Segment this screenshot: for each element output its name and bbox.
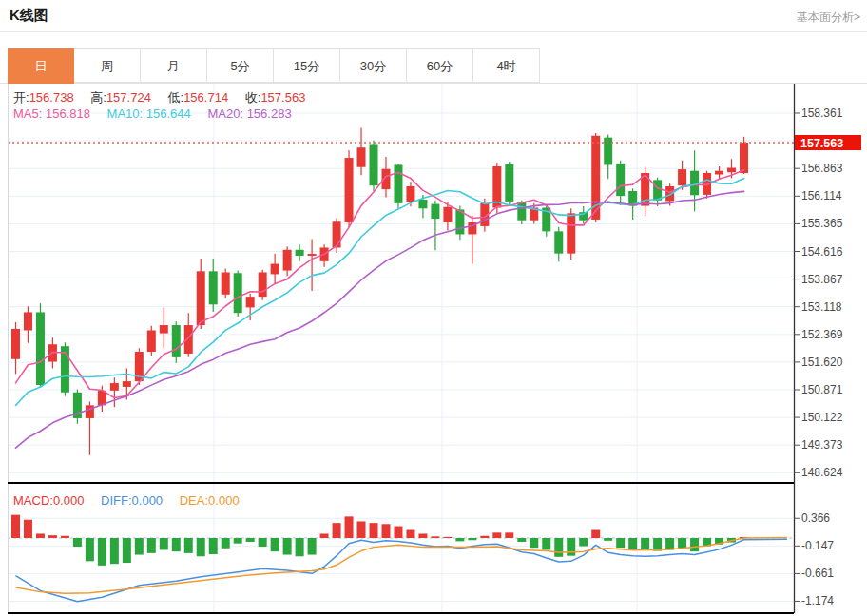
candle-body bbox=[283, 250, 292, 271]
macd-bar bbox=[184, 538, 193, 553]
candle-body bbox=[740, 143, 748, 173]
candle-body bbox=[418, 200, 427, 208]
candle-body bbox=[443, 207, 452, 222]
ma10-value: 156.644 bbox=[146, 106, 191, 121]
dea-value: 0.000 bbox=[208, 493, 240, 508]
ma-bar: MA5: 156.818 MA10: 156.644 MA20: 156.283 bbox=[13, 106, 305, 121]
macd-label: MACD: bbox=[13, 493, 53, 508]
macd-bar bbox=[591, 530, 600, 538]
candle-body bbox=[123, 381, 131, 387]
low-value: 156.714 bbox=[183, 90, 228, 105]
candle-body bbox=[517, 202, 526, 221]
macd-bar bbox=[418, 533, 427, 538]
macd-bar bbox=[172, 538, 181, 551]
macd-bar bbox=[443, 537, 452, 538]
close-label: 收: bbox=[245, 90, 261, 105]
y-axis-label: 153.867 bbox=[801, 273, 843, 286]
macd-bar bbox=[579, 538, 588, 546]
diff-value: 0.000 bbox=[132, 493, 164, 508]
candle-body bbox=[86, 405, 94, 418]
macd-bar bbox=[308, 538, 317, 555]
macd-bar bbox=[209, 538, 218, 554]
macd-bar bbox=[222, 538, 230, 549]
macd-bar bbox=[665, 538, 674, 549]
ma20-label: MA20: bbox=[207, 106, 243, 121]
y-axis-label: 152.369 bbox=[801, 328, 843, 341]
macd-bar bbox=[604, 538, 612, 541]
macd-bar bbox=[123, 538, 131, 563]
ohlc-bar: 开:156.738 高:157.724 低:156.714 收:157.563 bbox=[13, 89, 318, 106]
y-axis-label: 154.616 bbox=[801, 245, 843, 259]
ma20-line bbox=[15, 191, 743, 448]
macd-bar bbox=[641, 538, 649, 549]
macd-bar bbox=[11, 515, 20, 538]
macd-bar bbox=[381, 524, 390, 538]
macd-bar bbox=[61, 536, 69, 538]
high-value: 157.724 bbox=[106, 90, 151, 105]
candle-body bbox=[246, 297, 255, 307]
macd-bar bbox=[296, 538, 304, 556]
low-label: 低: bbox=[168, 90, 184, 105]
diff-label: DIFF: bbox=[101, 493, 132, 508]
candle-body bbox=[184, 325, 193, 354]
candle-body bbox=[259, 272, 267, 297]
candle-body bbox=[24, 312, 32, 330]
macd-bar bbox=[567, 538, 575, 556]
y-axis-label: 150.122 bbox=[801, 411, 843, 424]
macd-bar bbox=[234, 538, 242, 544]
macd-bar bbox=[678, 538, 686, 549]
candle-body bbox=[604, 138, 612, 165]
macd-bar bbox=[283, 538, 292, 555]
candle-body bbox=[431, 204, 439, 220]
macd-bar bbox=[160, 538, 168, 549]
macd-bar bbox=[370, 523, 378, 538]
dea-label: DEA: bbox=[180, 493, 208, 508]
macd-bar bbox=[320, 533, 329, 538]
candle-body bbox=[406, 186, 414, 202]
candle-body bbox=[394, 164, 402, 202]
candle-body bbox=[357, 147, 366, 167]
macd-bar bbox=[616, 538, 625, 548]
y-axis-label: 158.361 bbox=[801, 106, 843, 120]
macd-axis-label: 0.366 bbox=[801, 511, 830, 525]
ma10-label: MA10: bbox=[107, 106, 144, 121]
macd-bar bbox=[628, 538, 637, 549]
candle-body bbox=[296, 250, 304, 256]
macd-bar bbox=[455, 538, 464, 541]
macd-bar bbox=[333, 523, 341, 538]
macd-bar bbox=[394, 527, 402, 538]
candle-body bbox=[308, 254, 317, 256]
ma10-line bbox=[15, 179, 743, 406]
macd-bar bbox=[73, 538, 82, 547]
candle-body bbox=[197, 271, 205, 325]
candle-body bbox=[234, 273, 242, 313]
ma5-label: MA5: bbox=[13, 106, 42, 121]
current-price-tag-text: 157.563 bbox=[800, 137, 843, 150]
candle-body bbox=[653, 180, 662, 200]
macd-bar bbox=[246, 538, 255, 542]
candle-body bbox=[209, 271, 218, 304]
ma5-value: 156.818 bbox=[46, 106, 90, 121]
y-axis-label: 156.863 bbox=[801, 162, 843, 175]
candle-body bbox=[715, 171, 723, 175]
candle-body bbox=[616, 164, 625, 196]
y-axis-label: 156.114 bbox=[801, 189, 842, 202]
open-label: 开: bbox=[13, 90, 29, 105]
macd-bar bbox=[197, 538, 205, 556]
macd-bar bbox=[468, 538, 476, 540]
kline-page: { "header": { "title": "K线图", "link": "基… bbox=[0, 0, 867, 616]
macd-bar bbox=[505, 532, 513, 538]
macd-bar bbox=[36, 533, 45, 538]
y-axis-label: 149.373 bbox=[801, 438, 843, 452]
macd-bar bbox=[357, 521, 366, 538]
candle-body bbox=[172, 325, 181, 357]
macd-bar bbox=[259, 538, 267, 547]
macd-bar bbox=[517, 538, 526, 542]
macd-axis-label: -0.147 bbox=[801, 539, 834, 552]
ma20-value: 156.283 bbox=[247, 106, 292, 121]
macd-bar bbox=[480, 536, 489, 538]
macd-value: 0.000 bbox=[53, 493, 85, 508]
open-value: 156.738 bbox=[29, 90, 74, 105]
macd-bar bbox=[86, 538, 94, 561]
macd-bar bbox=[554, 538, 563, 557]
